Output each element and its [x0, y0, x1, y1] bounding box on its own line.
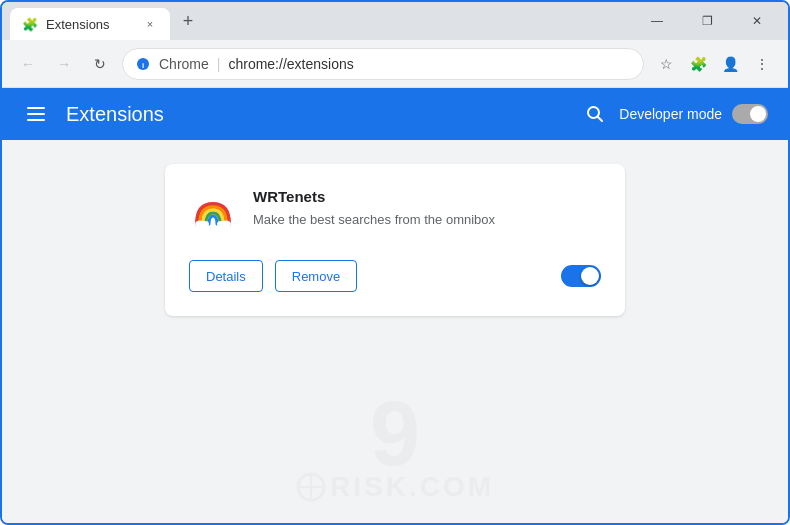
- svg-text:i: i: [142, 61, 144, 70]
- svg-point-13: [217, 221, 225, 227]
- window-controls: — ❐ ✕: [634, 6, 780, 36]
- search-icon[interactable]: [581, 100, 609, 128]
- svg-rect-3: [27, 113, 45, 115]
- extension-description: Make the best searches from the omnibox: [253, 211, 601, 229]
- extension-card-header: WRTenets Make the best searches from the…: [189, 188, 601, 236]
- extension-toggle-knob: [581, 267, 599, 285]
- extensions-header: Extensions Developer mode: [2, 88, 788, 140]
- tab-strip: 🧩 Extensions × +: [10, 2, 630, 40]
- reload-button[interactable]: ↻: [86, 50, 114, 78]
- maximize-button[interactable]: ❐: [684, 6, 730, 36]
- url-bar[interactable]: i Chrome | chrome://extensions: [122, 48, 644, 80]
- address-bar: ← → ↻ i Chrome | chrome://extensions ☆ 🧩…: [2, 40, 788, 88]
- extension-card-footer: Details Remove: [189, 260, 601, 292]
- tab-title: Extensions: [46, 17, 134, 32]
- extension-card: WRTenets Make the best searches from the…: [165, 164, 625, 316]
- watermark-text: RISK.COM: [330, 471, 494, 503]
- extensions-toolbar-icon[interactable]: 🧩: [684, 50, 712, 78]
- svg-point-7: [298, 474, 324, 500]
- hamburger-menu-button[interactable]: [22, 100, 50, 128]
- main-content: 9 RISK.COM: [2, 140, 788, 523]
- forward-button[interactable]: →: [50, 50, 78, 78]
- page-title: Extensions: [66, 103, 565, 126]
- account-icon[interactable]: 👤: [716, 50, 744, 78]
- title-bar: 🧩 Extensions × + — ❐ ✕: [2, 2, 788, 40]
- svg-point-11: [201, 221, 209, 227]
- extension-enable-toggle[interactable]: [561, 265, 601, 287]
- new-tab-button[interactable]: +: [174, 7, 202, 35]
- bookmark-icon[interactable]: ☆: [652, 50, 680, 78]
- developer-mode-section: Developer mode: [581, 100, 768, 128]
- extension-icon: [189, 188, 237, 236]
- watermark: 9 RISK.COM: [296, 389, 494, 503]
- minimize-button[interactable]: —: [634, 6, 680, 36]
- svg-rect-2: [27, 107, 45, 109]
- developer-mode-label: Developer mode: [619, 106, 722, 122]
- developer-mode-toggle[interactable]: [732, 104, 768, 124]
- secure-icon: i: [135, 56, 151, 72]
- details-button[interactable]: Details: [189, 260, 263, 292]
- url-separator: |: [217, 56, 221, 72]
- svg-line-6: [598, 117, 603, 122]
- extension-name: WRTenets: [253, 188, 601, 205]
- chrome-brand-text: Chrome: [159, 56, 209, 72]
- svg-rect-4: [27, 119, 45, 121]
- back-button[interactable]: ←: [14, 50, 42, 78]
- active-tab[interactable]: 🧩 Extensions ×: [10, 8, 170, 40]
- tab-favicon: 🧩: [22, 16, 38, 32]
- close-button[interactable]: ✕: [734, 6, 780, 36]
- url-path: chrome://extensions: [228, 56, 353, 72]
- extension-info: WRTenets Make the best searches from the…: [253, 188, 601, 229]
- browser-window: 🧩 Extensions × + — ❐ ✕ ← → ↻ i Chrome: [0, 0, 790, 525]
- toggle-knob: [750, 106, 766, 122]
- remove-button[interactable]: Remove: [275, 260, 357, 292]
- chrome-menu-icon[interactable]: ⋮: [748, 50, 776, 78]
- tab-close-button[interactable]: ×: [142, 16, 158, 32]
- toolbar-icons: ☆ 🧩 👤 ⋮: [652, 50, 776, 78]
